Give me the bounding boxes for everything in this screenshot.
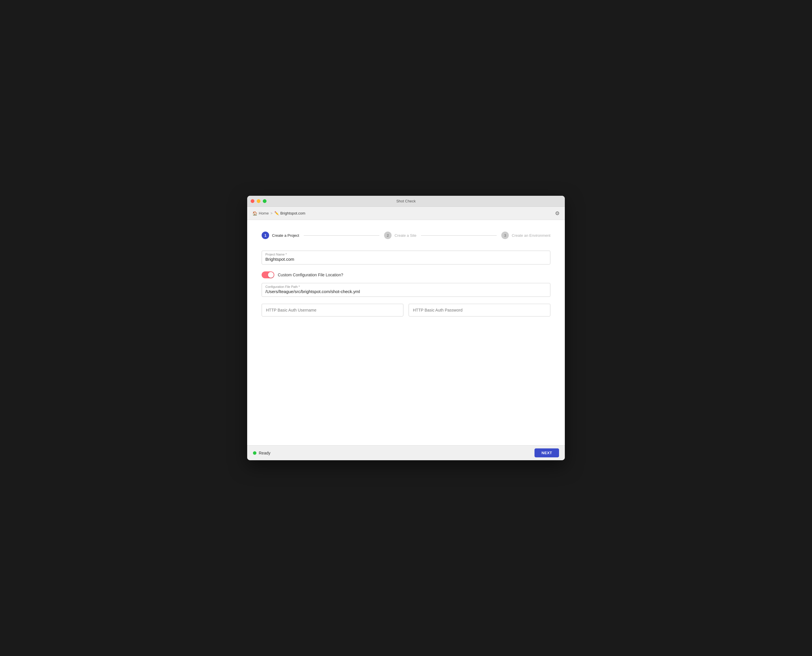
step-1: 1 Create a Project <box>261 232 299 239</box>
step-2: 2 Create a Site <box>384 232 416 239</box>
toggle-row: Custom Configuration File Location? <box>261 271 551 278</box>
close-button[interactable] <box>251 199 254 203</box>
http-username-wrapper <box>261 304 404 316</box>
breadcrumb: 🏠 Home > ✏️ Brightspot.com <box>252 211 305 216</box>
footer: Ready NEXT <box>247 445 565 460</box>
status-label: Ready <box>259 451 270 455</box>
breadcrumb-current-label: Brightspot.com <box>280 211 306 215</box>
home-icon: 🏠 <box>252 211 257 216</box>
http-auth-row <box>261 304 551 316</box>
gear-icon[interactable]: ⚙ <box>555 210 560 217</box>
config-toggle[interactable] <box>261 271 274 278</box>
breadcrumb-current: ✏️ Brightspot.com <box>274 211 306 215</box>
titlebar: Shot Check <box>247 196 565 207</box>
stepper: 1 Create a Project 2 Create a Site 3 Cre… <box>261 232 551 239</box>
config-file-group: Configuration File Path * <box>261 283 551 297</box>
toolbar: 🏠 Home > ✏️ Brightspot.com ⚙ <box>247 207 565 220</box>
step-3-label: Create an Environment <box>512 233 551 238</box>
http-username-input[interactable] <box>266 308 399 313</box>
status-area: Ready <box>253 451 270 455</box>
step-1-label: Create a Project <box>272 233 299 238</box>
status-dot <box>253 451 257 455</box>
config-file-input[interactable] <box>265 289 547 294</box>
next-button[interactable]: NEXT <box>535 449 559 457</box>
edit-icon: ✏️ <box>274 211 279 215</box>
minimize-button[interactable] <box>257 199 260 203</box>
maximize-button[interactable] <box>263 199 266 203</box>
breadcrumb-home-label: Home <box>259 211 269 215</box>
app-window: Shot Check 🏠 Home > ✏️ Brightspot.com ⚙ … <box>247 196 565 460</box>
step-2-label: Create a Site <box>394 233 416 238</box>
window-title: Shot Check <box>396 199 416 203</box>
http-password-input[interactable] <box>413 308 546 313</box>
step-2-circle: 2 <box>384 232 391 239</box>
project-name-input[interactable] <box>265 257 547 261</box>
step-3-circle: 3 <box>501 232 509 239</box>
http-password-wrapper <box>408 304 551 316</box>
traffic-lights <box>251 199 266 203</box>
main-content: 1 Create a Project 2 Create a Site 3 Cre… <box>247 220 565 445</box>
config-file-label: Configuration File Path * <box>265 285 547 288</box>
config-file-wrapper: Configuration File Path * <box>261 283 551 297</box>
toggle-label: Custom Configuration File Location? <box>278 272 343 277</box>
step-1-circle: 1 <box>261 232 269 239</box>
project-name-label: Project Name * <box>265 253 547 256</box>
step-3: 3 Create an Environment <box>501 232 551 239</box>
breadcrumb-home[interactable]: 🏠 Home <box>252 211 269 216</box>
project-name-group: Project Name * <box>261 251 551 265</box>
project-name-wrapper: Project Name * <box>261 251 551 265</box>
breadcrumb-separator: > <box>271 211 272 215</box>
